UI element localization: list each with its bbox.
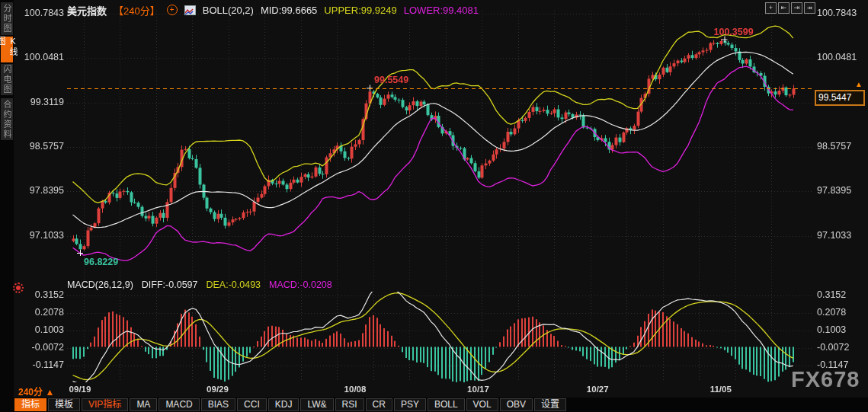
sidebar-item-4[interactable]: 合约资料 [1,98,13,140]
tab-OBV[interactable]: OBV [500,398,533,411]
x-axis-date-label: 09/19 [69,385,91,394]
price-tick-right: 97.1033 [817,230,851,241]
price-tick-left: 97.8395 [18,185,64,196]
pan-right-icon[interactable]: ↠ [804,2,815,14]
macd-tick-left: 0.2078 [18,307,64,318]
x-axis-date-label: 11/05 [710,385,732,394]
boll-mid-value: MID:99.6665 [261,5,317,16]
tab-CCI[interactable]: CCI [237,398,267,411]
tab-指标[interactable]: 指标 [14,398,46,411]
chart-window: 分时图K线图闪电图合约资料 美元指数 【240分】 + BOLL(20,2) M… [0,0,868,412]
macd-tick-left: 0.3152 [18,289,64,300]
price-tick-left: 100.0481 [18,52,64,62]
macd-name: MACD(26,12,9) [67,279,133,290]
price-chart-canvas[interactable] [0,0,868,412]
tab-MA[interactable]: MA [130,398,157,411]
tab-模板[interactable]: 模板 [48,398,80,411]
macd-tick-right: -0.0072 [817,342,849,353]
swing-high-annotation: 99.5549 [374,75,408,85]
left-sidebar: 分时图K线图闪电图合约资料 [0,0,14,412]
macd-header: MACD(26,12,9) DIFF:-0.0597 DEA:-0.0493 M… [67,279,332,290]
price-tick-left: 98.5757 [18,141,64,152]
tab-BIAS[interactable]: BIAS [201,398,235,411]
tab-KDJ[interactable]: KDJ [268,398,299,411]
period-arrow-icon: ▲ [45,387,54,398]
tab-CR[interactable]: CR [366,398,392,411]
macd-tick-right: 0.1003 [817,324,846,335]
compress-axis-icon[interactable]: ⇤ [778,2,790,14]
chart-style-icon[interactable] [184,5,196,15]
macd-tick-right: 0.3152 [817,289,846,300]
price-tick-left: 97.1033 [18,230,64,241]
macd-tick-left: -0.1147 [18,359,64,370]
macd-tick-left: -0.0072 [18,342,64,353]
macd-macd-value: MACD:-0.0208 [269,279,332,290]
macd-tick-right: -0.1147 [817,359,848,370]
tab-设置[interactable]: 设置 [534,398,566,411]
price-tick-right: 98.5757 [817,141,851,152]
macd-diff-value: DIFF:-0.0597 [142,279,198,290]
indicator-tab-bar: 指标模板VIP指标MAMACDBIASCCIKDJLW&RSICRPSYBOLL… [14,398,868,412]
chart-tool-buttons: +⇤⇥↠ [765,2,815,14]
latest-price-arrow-icon[interactable]: ▲ [855,80,863,88]
low-annotation: 96.8229 [84,257,118,267]
symbol-title: 美元指数 [67,3,107,18]
x-axis-date-label: 10/17 [467,385,489,394]
boll-upper-value: UPPER:99.9249 [324,5,396,16]
macd-dea-value: DEA:-0.0493 [206,279,261,290]
price-tick-right: 97.8395 [817,185,851,196]
expand-axis-icon[interactable]: ⇥ [791,2,802,14]
macd-tick-left: 0.1003 [18,324,64,335]
tab-RSI[interactable]: RSI [335,398,364,411]
tab-LW&[interactable]: LW& [300,398,333,411]
macd-tick-right: 0.2078 [817,307,846,318]
watermark: FX678 [791,367,860,392]
price-tick-right: 100.7843 [817,8,857,18]
boll-lower-value: LOWER:99.4081 [404,5,479,16]
period-selector[interactable]: 240分 ▲ [18,385,54,398]
price-tick-left: 100.7843 [18,8,64,18]
tab-PSY[interactable]: PSY [394,398,426,411]
interval-label: 【240分】 [114,3,160,18]
last-price-badge: 99.5447 [815,90,865,106]
high-annotation: 100.3599 [714,27,754,37]
price-tick-right: 100.0481 [817,52,857,62]
sidebar-item-1[interactable]: 分时图 [1,2,13,35]
crosshair-icon[interactable]: + [765,2,777,14]
indicator-toggle-icon[interactable]: + [167,5,178,15]
chart-header: 美元指数 【240分】 + BOLL(20,2) MID:99.6665 UPP… [67,4,479,16]
price-tick-left: 99.3119 [18,97,64,107]
tab-VOL[interactable]: VOL [466,398,498,411]
x-axis-date-label: 10/27 [587,385,609,394]
tab-BOLL[interactable]: BOLL [428,398,465,411]
sidebar-item-2[interactable]: K线图 [1,37,13,62]
tab-MACD[interactable]: MACD [159,398,199,411]
alert-icon[interactable] [13,283,24,293]
x-axis-date-label: 09/29 [207,385,229,394]
boll-name: BOLL(20,2) [203,5,254,16]
x-axis-date-label: 10/08 [344,385,367,394]
tab-VIP指标[interactable]: VIP指标 [82,398,128,411]
sidebar-item-3[interactable]: 闪电图 [1,64,13,95]
period-label: 240分 [18,387,43,398]
